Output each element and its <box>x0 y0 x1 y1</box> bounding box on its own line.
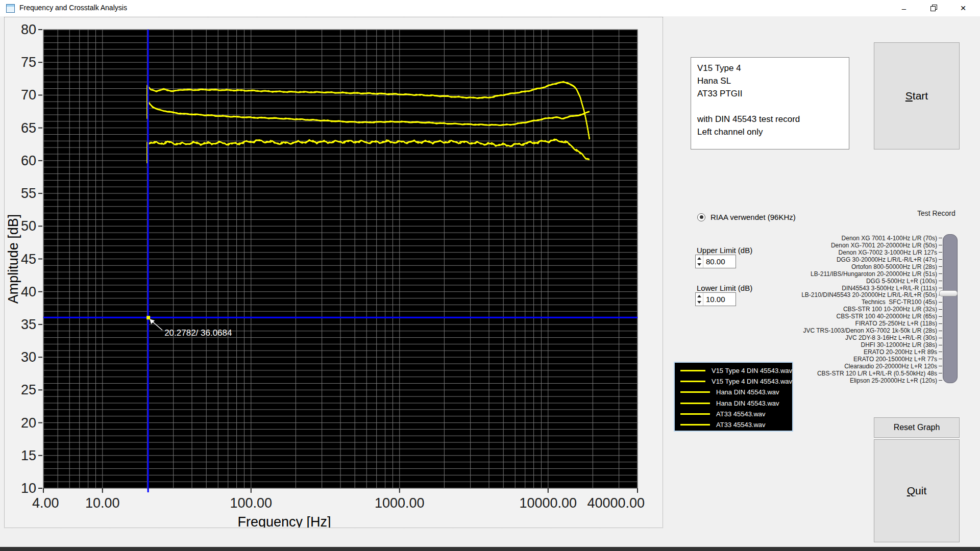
test-record-item[interactable]: FIRATO 25-250Hz L+R (118s) <box>704 320 942 327</box>
close-button[interactable]: × <box>951 0 975 16</box>
taskbar-edge <box>0 547 980 551</box>
test-record-item-label[interactable]: Ortofon 800-50000Hz L/R (28s) <box>851 263 937 270</box>
y-tick-label: 10 <box>21 481 36 496</box>
test-record-item[interactable]: Denon XG 7001 4-100Hz L/R (70s) <box>704 235 942 242</box>
slider-tick <box>939 281 942 281</box>
riaa-radio[interactable]: RIAA verwendet (96KHz) <box>697 213 796 221</box>
test-record-item[interactable]: DHFI 30-12000Hz L/R (38s) <box>704 341 942 348</box>
slider-tick <box>939 252 942 253</box>
test-record-item[interactable]: Denon XG-7002 3-1000Hz L/R 127s <box>704 249 942 256</box>
test-record-item[interactable]: CBS-STR 120 L/R L+R/L-R (0.5-50kHz) 48s <box>704 370 942 377</box>
arrow-down-icon <box>697 263 701 266</box>
y-tick-label: 45 <box>21 252 36 267</box>
slider-tick <box>939 352 942 352</box>
test-record-item-label[interactable]: JVC 2DY-8 3-16Hz L+R/L-R (30s) <box>845 334 937 341</box>
riaa-radio-label: RIAA verwendet (96KHz) <box>710 213 796 221</box>
app-icon <box>6 4 15 13</box>
slider-tick <box>939 359 942 359</box>
notes-text-box[interactable]: V15 Type 4Hana SLAT33 PTGIIwith DIN 4554… <box>691 57 849 149</box>
test-record-item[interactable]: DIN45543 3-500Hz L+R/L-R (111s) <box>704 285 942 292</box>
legend-line-swatch <box>680 403 710 404</box>
test-record-item-label[interactable]: ERATO 20-200Hz L+R 89s <box>864 348 937 356</box>
test-record-item[interactable]: JVC 2DY-8 3-16Hz L+R/L-R (30s) <box>704 334 942 341</box>
test-record-item[interactable]: ERATO 20-200Hz L+R 89s <box>704 348 942 356</box>
notes-line: with DIN 45543 test record <box>697 113 843 126</box>
upper-limit-increment[interactable] <box>696 255 703 262</box>
x-tick-label: 10.00 <box>85 495 120 511</box>
test-record-item[interactable]: DGG 30-20000Hz L/R/L-R/L+R (47s) <box>704 256 942 263</box>
reset-graph-button[interactable]: Reset Graph <box>874 417 960 438</box>
cursor-point <box>146 316 150 319</box>
test-record-item-label[interactable]: DGG 30-20000Hz L/R/L-R/L+R (47s) <box>837 256 937 263</box>
test-record-item-label[interactable]: Denon XG-7002 3-1000Hz L/R 127s <box>839 249 937 256</box>
legend-line-swatch <box>680 424 710 425</box>
test-record-item-label[interactable]: Clearaudio 20-20000Hz L+R 120s <box>844 363 937 370</box>
minimize-button[interactable]: – <box>892 0 916 16</box>
slider-tick <box>939 302 942 303</box>
slider-tick <box>939 238 942 238</box>
slider-tick <box>939 331 942 331</box>
test-record-item-label[interactable]: JVC TRS-1003/Denon XG-7002 1k-50k L/R (2… <box>803 327 937 334</box>
test-record-item-label[interactable]: CBS-STR 100 40-20000Hz L/R (65s) <box>837 313 937 320</box>
test-record-item[interactable]: ERATO 200-15000Hz L+R 77s <box>704 356 942 363</box>
test-record-item[interactable]: Ortofon 800-50000Hz L/R (28s) <box>704 263 942 270</box>
arrow-up-icon <box>697 295 701 297</box>
restore-button[interactable] <box>922 0 945 16</box>
legend-entry: Hana DIN 45543.wav <box>675 387 792 397</box>
test-record-item[interactable]: JVC TRS-1003/Denon XG-7002 1k-50k L/R (2… <box>704 327 942 334</box>
test-record-item[interactable]: CBS-STR 100 10-200Hz L/R (32s) <box>704 306 942 313</box>
title-bar: Frequency and Crosstalk Analysis – × <box>0 0 980 16</box>
test-record-item-label[interactable]: Elipson 25-20000Hz L+R (120s) <box>850 377 937 384</box>
test-record-item-label[interactable]: Denon XG-7001 20-20000Hz L/R (50s) <box>831 242 937 249</box>
test-record-item[interactable]: LB-210/DIN45543 20-20000Hz L/R/L-R/L+R (… <box>704 292 942 299</box>
frequency-response-chart[interactable]: 8075706560555045403530252015104.0010.001… <box>5 17 663 528</box>
quit-button[interactable]: Quit <box>874 439 960 542</box>
slider-tick <box>939 266 942 267</box>
upper-limit-decrement[interactable] <box>696 262 703 268</box>
slider-tick <box>939 345 942 345</box>
y-tick-label: 40 <box>21 284 36 299</box>
test-record-item-label[interactable]: DHFI 30-12000Hz L/R (38s) <box>861 341 937 348</box>
test-record-item-label[interactable]: LB-210/DIN45543 20-20000Hz L/R/L-R/L+R (… <box>801 291 937 298</box>
test-record-item[interactable]: Clearaudio 20-20000Hz L+R 120s <box>704 363 942 370</box>
test-record-item-label[interactable]: LB-211/IBS/Hungaroton 20-20000Hz L/R (51… <box>811 270 937 278</box>
y-tick-label: 20 <box>21 415 36 431</box>
test-record-item-label[interactable]: CBS-STR 100 10-200Hz L/R (32s) <box>843 306 937 313</box>
slider-tick <box>939 323 942 324</box>
test-record-item-label[interactable]: CBS-STR 120 L/R L+R/L-R (0.5-50kHz) 48s <box>817 370 937 377</box>
legend-line-swatch <box>680 370 705 371</box>
radio-button-icon[interactable] <box>697 213 705 221</box>
lower-limit-decrement[interactable] <box>696 299 703 306</box>
start-button[interactable]: Start <box>874 42 960 149</box>
y-tick-label: 70 <box>21 87 36 103</box>
slider-tick <box>939 288 942 288</box>
legend-entry: AT33 45543.wav <box>675 409 792 419</box>
test-record-item[interactable]: CBS-STR 100 40-20000Hz L/R (65s) <box>704 313 942 320</box>
test-record-item[interactable]: Elipson 25-20000Hz L+R (120s) <box>704 377 942 384</box>
test-record-item[interactable]: Technics SFC-TR100 (45s) <box>704 298 942 306</box>
test-record-item[interactable]: Denon XG-7001 20-20000Hz L/R (50s) <box>704 242 942 249</box>
lower-limit-increment[interactable] <box>696 293 703 299</box>
test-record-item[interactable]: DGG 5-500Hz L+R (100s) <box>704 278 942 285</box>
arrow-down-icon <box>697 301 701 304</box>
y-tick-label: 65 <box>21 120 36 136</box>
legend-entry-label: AT33 45543.wav <box>716 410 766 418</box>
x-axis-title: Frequency [Hz] <box>237 514 331 528</box>
test-record-item-label[interactable]: ERATO 200-15000Hz L+R 77s <box>853 356 937 363</box>
x-tick-label: 100.00 <box>230 495 273 511</box>
test-record-item-label[interactable]: FIRATO 25-250Hz L+R (118s) <box>855 320 937 327</box>
test-record-item-label[interactable]: Denon XG 7001 4-100Hz L/R (70s) <box>842 235 937 242</box>
test-record-item-label[interactable]: Technics SFC-TR100 (45s) <box>862 298 937 306</box>
legend-line-swatch <box>680 381 705 382</box>
test-record-item-label[interactable]: DGG 5-500Hz L+R (100s) <box>866 278 937 285</box>
notes-line: AT33 PTGII <box>697 87 843 100</box>
test-record-list: Denon XG 7001 4-100Hz L/R (70s)Denon XG-… <box>704 235 942 384</box>
x-tick-label: 10000.00 <box>519 495 577 511</box>
y-axis-title: Amplitude [dB] <box>6 214 21 304</box>
test-record-slider-thumb[interactable] <box>939 290 958 296</box>
test-record-item[interactable]: LB-211/IBS/Hungaroton 20-20000Hz L/R (51… <box>704 270 942 278</box>
y-tick-label: 25 <box>21 382 36 397</box>
x-tick-label: 4.00 <box>32 495 59 511</box>
test-record-item-label[interactable]: DIN45543 3-500Hz L+R/L-R (111s) <box>842 285 937 292</box>
test-record-slider-track[interactable] <box>943 234 958 383</box>
